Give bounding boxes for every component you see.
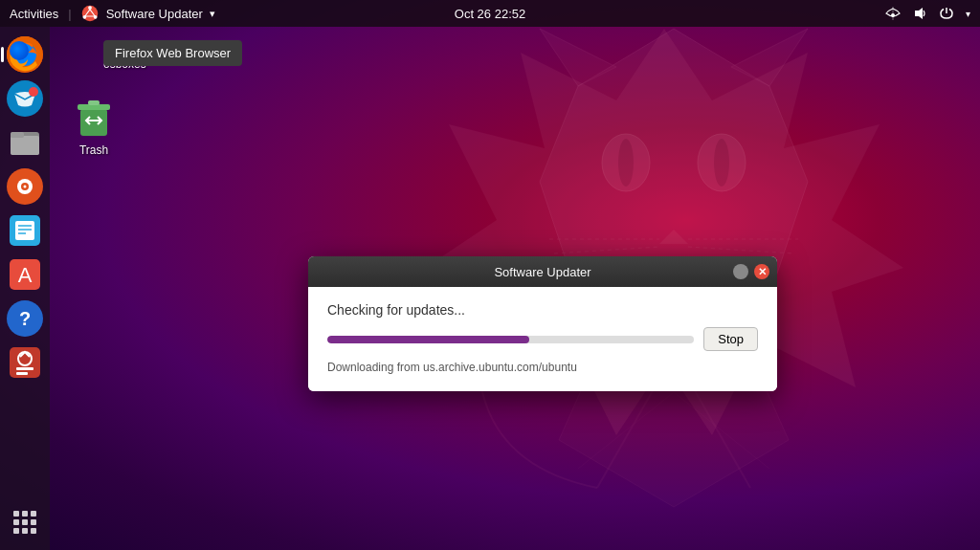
svg-marker-23: [915, 8, 923, 19]
status-text: Checking for updates...: [327, 302, 758, 318]
app-menu-label: Software Updater: [106, 7, 203, 21]
dock-item-help[interactable]: ?: [5, 298, 45, 339]
svg-rect-36: [15, 221, 34, 240]
progress-bar-background: [327, 336, 694, 343]
dialog-title: Software Updater: [318, 265, 768, 279]
show-applications-button[interactable]: [5, 502, 45, 542]
svg-point-18: [88, 6, 92, 10]
grid-icon: [7, 504, 43, 540]
trash-label: Trash: [79, 143, 108, 157]
svg-rect-30: [11, 132, 24, 138]
svg-text:A: A: [18, 263, 33, 287]
datetime-display: Oct 26 22:52: [455, 7, 525, 21]
dialog-titlebar: Software Updater — ✕: [308, 256, 777, 287]
firefox-tooltip: Firefox Web Browser: [103, 40, 242, 66]
window-controls: — ✕: [733, 264, 769, 279]
download-status-text: Downloading from us.archive.ubuntu.com/u…: [327, 361, 758, 374]
software-updater-dialog: Software Updater — ✕ Checking for update…: [308, 256, 777, 391]
app-menu-arrow: ▾: [210, 8, 215, 20]
svg-rect-47: [16, 372, 28, 375]
activities-button[interactable]: Activities: [10, 7, 58, 21]
svg-rect-46: [16, 367, 33, 370]
desktop-area: Firefox Web Browser osboxes: [50, 27, 980, 550]
trash-image: [71, 94, 117, 140]
dock-item-firefox[interactable]: [5, 34, 45, 75]
firefox-icon: [7, 36, 43, 73]
progress-container: Stop: [327, 327, 758, 351]
dock-item-appcenter[interactable]: A: [5, 254, 45, 295]
stop-button[interactable]: Stop: [703, 327, 758, 351]
dock: A ?: [0, 27, 50, 550]
dock-item-rhythmbox[interactable]: [5, 166, 45, 207]
topbar-right: ▾: [885, 6, 970, 21]
dock-item-files[interactable]: [5, 122, 45, 163]
svg-point-34: [24, 186, 27, 188]
close-button[interactable]: ✕: [754, 264, 769, 279]
svg-point-27: [29, 87, 38, 97]
topbar: Activities | Software Updater ▾ Oct 26 2…: [0, 0, 980, 27]
volume-icon[interactable]: [912, 6, 927, 21]
svg-rect-29: [11, 136, 39, 155]
topbar-left: Activities | Software Updater ▾: [10, 5, 215, 22]
system-menu-arrow[interactable]: ▾: [966, 9, 970, 19]
dialog-body: Checking for updates... Stop Downloading…: [308, 287, 777, 391]
svg-rect-48: [80, 109, 107, 136]
dock-item-thunderbird[interactable]: [5, 78, 45, 119]
trash-desktop-icon[interactable]: Trash: [71, 94, 117, 157]
power-icon[interactable]: [939, 6, 954, 21]
svg-rect-50: [88, 100, 100, 105]
app-menu[interactable]: Software Updater ▾: [81, 5, 215, 22]
dock-item-updater[interactable]: [5, 342, 45, 383]
svg-text:?: ?: [19, 308, 31, 329]
minimize-button[interactable]: —: [733, 264, 748, 279]
progress-bar-fill: [327, 336, 529, 343]
network-icon[interactable]: [885, 6, 901, 21]
dock-item-libreoffice[interactable]: [5, 210, 45, 251]
